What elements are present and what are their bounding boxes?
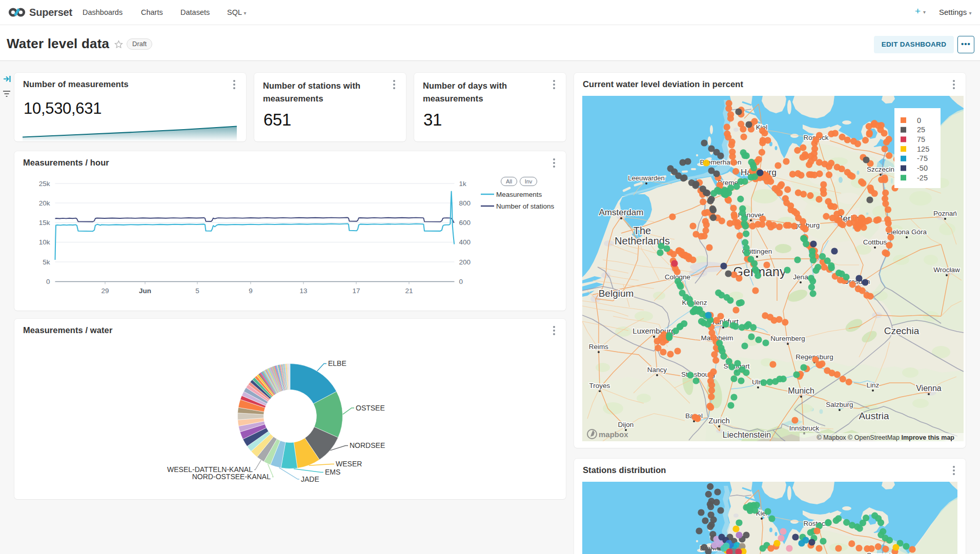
svg-text:Austria: Austria [859, 411, 889, 421]
svg-text:Vienna: Vienna [916, 384, 942, 393]
svg-text:21: 21 [405, 287, 413, 295]
svg-text:Linz: Linz [867, 381, 880, 389]
svg-text:17: 17 [352, 287, 360, 295]
svg-text:Liechtenstein: Liechtenstein [723, 430, 771, 439]
svg-text:0: 0 [459, 278, 463, 285]
svg-text:5: 5 [195, 287, 199, 295]
svg-text:EMS: EMS [325, 468, 340, 476]
svg-text:25k: 25k [39, 180, 50, 188]
svg-text:ELBE: ELBE [328, 359, 346, 367]
svg-text:Reims: Reims [589, 343, 609, 351]
svg-text:0: 0 [917, 116, 921, 125]
svg-text:Belgium: Belgium [599, 288, 634, 299]
svg-text:Troyes: Troyes [589, 382, 610, 389]
svg-text:1k: 1k [459, 180, 467, 188]
svg-text:29: 29 [101, 287, 109, 295]
svg-text:mapbox: mapbox [599, 430, 628, 439]
svg-text:Innsbruck: Innsbruck [789, 424, 820, 432]
svg-text:200: 200 [459, 258, 471, 266]
svg-text:Jun: Jun [139, 287, 151, 295]
svg-text:JADE: JADE [301, 475, 319, 483]
svg-text:© Mapbox © OpenStreetMap Impro: © Mapbox © OpenStreetMap Improve this ma… [816, 434, 954, 441]
svg-text:20k: 20k [39, 199, 50, 207]
svg-text:Zurich: Zurich [708, 416, 730, 425]
svg-text:WESER: WESER [336, 460, 362, 468]
svg-text:10k: 10k [39, 238, 50, 246]
svg-text:Poznań: Poznań [933, 210, 957, 217]
svg-text:Leeuwarden: Leeuwarden [628, 174, 665, 182]
svg-text:OSTSEE: OSTSEE [356, 404, 385, 412]
svg-text:WESEL-DATTELN-KANAL: WESEL-DATTELN-KANAL [167, 465, 253, 474]
svg-text:Salzburg: Salzburg [826, 401, 853, 408]
svg-text:Dijon: Dijon [618, 421, 634, 428]
svg-text:125: 125 [917, 145, 929, 153]
svg-text:0: 0 [46, 278, 50, 285]
svg-text:Nuremberg: Nuremberg [770, 335, 805, 342]
svg-text:Cottbus: Cottbus [863, 238, 887, 246]
svg-text:600: 600 [459, 219, 471, 227]
svg-text:Jena: Jena [793, 273, 808, 281]
svg-text:-50: -50 [917, 164, 928, 172]
svg-text:The: The [634, 225, 651, 236]
svg-text:25: 25 [917, 126, 925, 134]
svg-text:-25: -25 [917, 174, 928, 182]
svg-text:75: 75 [917, 135, 925, 143]
svg-text:Nancy: Nancy [647, 366, 667, 374]
svg-text:13: 13 [299, 287, 307, 295]
svg-text:15k: 15k [39, 219, 50, 227]
svg-text:Wrocław: Wrocław [933, 266, 960, 274]
svg-text:400: 400 [459, 238, 471, 246]
svg-text:-75: -75 [917, 154, 928, 162]
svg-text:NORD-OSTSEE-KANAL: NORD-OSTSEE-KANAL [192, 473, 271, 481]
svg-text:Munich: Munich [788, 386, 814, 395]
svg-text:NORDSEE: NORDSEE [350, 441, 385, 449]
svg-text:5k: 5k [43, 258, 50, 266]
svg-text:Czechia: Czechia [884, 325, 920, 336]
svg-text:9: 9 [249, 287, 253, 295]
svg-text:Measurements: Measurements [496, 191, 542, 198]
svg-text:800: 800 [459, 199, 471, 207]
svg-text:Number of stations: Number of stations [496, 202, 555, 210]
svg-text:Amsterdam: Amsterdam [599, 208, 644, 217]
